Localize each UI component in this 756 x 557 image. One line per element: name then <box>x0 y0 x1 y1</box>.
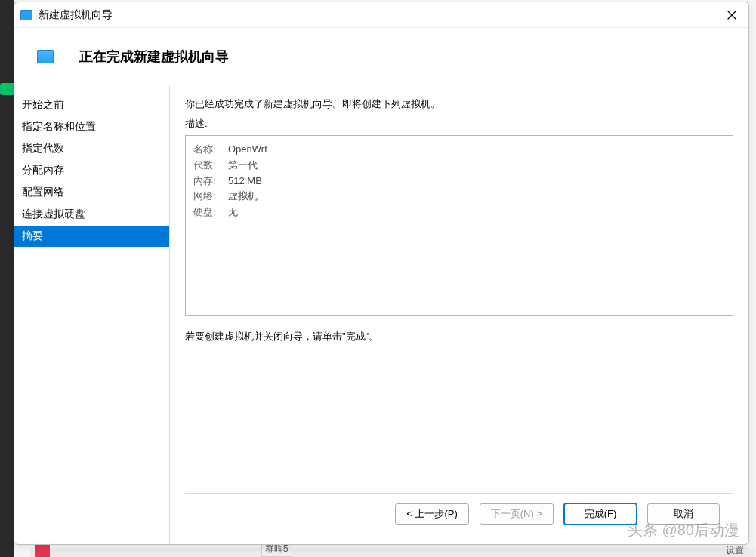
wizard-body: 开始之前 指定名称和位置 指定代数 分配内存 配置网络 连接虚拟硬盘 摘要 你已… <box>14 85 748 544</box>
back-button[interactable]: < 上一步(P) <box>395 503 469 525</box>
step-name-location[interactable]: 指定名称和位置 <box>14 116 169 138</box>
summary-row-disk: 硬盘: 无 <box>193 205 725 220</box>
summary-disk-value: 无 <box>228 205 238 220</box>
step-before-you-begin[interactable]: 开始之前 <box>14 94 169 116</box>
bg-red-icon <box>35 545 50 557</box>
wizard-dialog: 新建虚拟机向导 正在完成新建虚拟机向导 开始之前 指定名称和位置 指定代数 分配… <box>14 2 749 545</box>
background-left-strip <box>0 0 14 557</box>
wizard-content: 你已经成功完成了新建虚拟机向导。即将创建下列虚拟机。 描述: 名称: OpenW… <box>170 85 748 544</box>
wizard-footer: < 上一步(P) 下一页(N) > 完成(F) 取消 <box>185 493 733 534</box>
summary-name-key: 名称: <box>193 142 228 158</box>
step-virtual-hard-disk[interactable]: 连接虚拟硬盘 <box>14 204 169 226</box>
wizard-header-title: 正在完成新建虚拟机向导 <box>79 48 229 66</box>
summary-row-name: 名称: OpenWrt <box>193 142 725 158</box>
cancel-button[interactable]: 取消 <box>647 503 720 525</box>
summary-gen-value: 第一代 <box>228 158 258 174</box>
description-label: 描述: <box>185 117 733 131</box>
bg-settings-fragment: 设置 <box>726 544 744 557</box>
step-generation[interactable]: 指定代数 <box>14 138 169 160</box>
step-network[interactable]: 配置网络 <box>14 182 169 204</box>
summary-mem-value: 512 MB <box>228 174 262 189</box>
summary-net-key: 网络: <box>193 189 228 205</box>
finish-hint-text: 若要创建虚拟机并关闭向导，请单击"完成"。 <box>185 330 733 343</box>
summary-intro-text: 你已经成功完成了新建虚拟机向导。即将创建下列虚拟机。 <box>185 97 733 111</box>
wizard-header-icon <box>37 50 54 63</box>
close-button[interactable] <box>721 6 742 24</box>
summary-net-value: 虚拟机 <box>228 189 258 205</box>
summary-gen-key: 代数: <box>193 158 228 174</box>
summary-row-generation: 代数: 第一代 <box>193 158 725 174</box>
step-summary[interactable]: 摘要 <box>14 226 169 248</box>
summary-name-value: OpenWrt <box>228 142 267 158</box>
summary-row-network: 网络: 虚拟机 <box>193 189 725 205</box>
next-button: 下一页(N) > <box>480 503 554 525</box>
summary-box: 名称: OpenWrt 代数: 第一代 内存: 512 MB 网络: 虚拟机 硬… <box>185 135 733 316</box>
summary-row-memory: 内存: 512 MB <box>193 174 725 189</box>
wizard-steps-sidebar: 开始之前 指定名称和位置 指定代数 分配内存 配置网络 连接虚拟硬盘 摘要 <box>14 85 170 544</box>
close-icon <box>727 11 736 20</box>
finish-button[interactable]: 完成(F) <box>564 503 637 525</box>
summary-disk-key: 硬盘: <box>193 205 228 220</box>
window-title: 新建虚拟机向导 <box>39 8 721 22</box>
step-memory[interactable]: 分配内存 <box>14 160 169 182</box>
window-icon <box>20 10 32 20</box>
wizard-header: 正在完成新建虚拟机向导 <box>14 28 748 85</box>
summary-mem-key: 内存: <box>193 174 228 189</box>
background-bottom <box>30 548 755 557</box>
bg-green-dot <box>0 83 14 95</box>
titlebar: 新建虚拟机向导 <box>14 2 748 28</box>
